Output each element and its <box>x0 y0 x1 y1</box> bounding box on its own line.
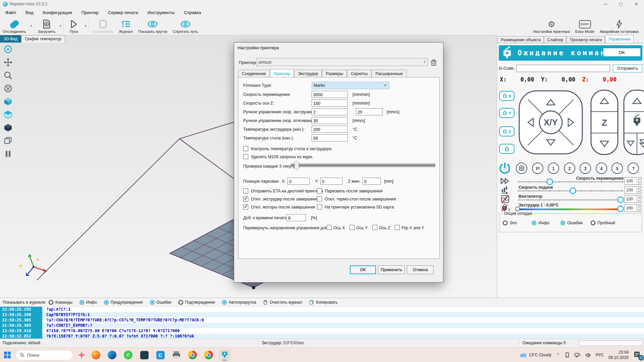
menu-config[interactable]: Конфигурация <box>43 10 72 15</box>
copy-objects-icon[interactable] <box>3 136 13 145</box>
log-toggle-ack[interactable]: Подтверждение <box>178 300 215 305</box>
emergency-stop-button[interactable]: Аварийная остановка <box>597 17 641 35</box>
taskbar-app-repetier[interactable] <box>219 349 231 361</box>
load-button[interactable]: Загрузить <box>35 17 58 35</box>
start-dropdown[interactable]: ▾ <box>83 17 88 35</box>
taskbar-app-blue-c[interactable]: C <box>154 349 166 361</box>
home-x-button[interactable]: X <box>499 91 515 101</box>
journal-button[interactable]: Журнал <box>116 17 136 35</box>
slider-knob[interactable] <box>570 187 576 194</box>
park-button[interactable]: P <box>532 163 543 174</box>
start-button[interactable]: Пуск <box>64 17 83 35</box>
minimize-button[interactable]: — <box>598 0 613 8</box>
clear-log-button[interactable]: Очистить журнал <box>263 300 302 305</box>
hide-travel-button[interactable]: Спрятать путь <box>170 17 201 35</box>
menu-printer[interactable]: Принтер <box>82 10 99 15</box>
slider-knob-off[interactable] <box>515 206 520 211</box>
pause-icon[interactable] <box>3 149 13 159</box>
phone-link-icon[interactable] <box>565 352 570 358</box>
printer-select[interactable]: default ▼ <box>256 58 428 66</box>
park-y-input[interactable] <box>320 178 342 185</box>
tab-slicer[interactable]: Слайсер <box>544 36 566 43</box>
delete-printer-button[interactable] <box>430 59 437 66</box>
tab-object-placement[interactable]: Размещение объекта <box>498 36 544 43</box>
park-x-input[interactable] <box>287 178 310 185</box>
travel-speed-input[interactable] <box>312 91 348 98</box>
fan-slider[interactable]: Вентилятор <box>518 199 624 200</box>
preset-5-button[interactable]: 5 <box>611 163 623 174</box>
taskbar-app-chrome-2[interactable] <box>203 349 215 361</box>
spin-down-icon[interactable]: ▼ <box>637 199 641 202</box>
reset-view-icon[interactable] <box>3 84 13 93</box>
maximize-button[interactable]: ▢ <box>613 0 629 8</box>
menu-file[interactable]: Файл <box>5 10 16 15</box>
cancel-button[interactable]: Отмена <box>407 265 434 274</box>
volume-icon[interactable] <box>585 353 591 358</box>
log-toggle-errors[interactable]: Ошибки <box>150 300 172 305</box>
disconnect-button[interactable]: Отсоединить <box>0 17 29 35</box>
close-button[interactable]: ✕ <box>629 0 644 8</box>
taskbar-app-firefox[interactable] <box>90 349 102 361</box>
apply-button[interactable]: Применить <box>378 265 405 274</box>
sd-card-checkbox[interactable] <box>317 204 322 209</box>
menu-view[interactable]: Вид <box>25 10 34 15</box>
home-y-button[interactable]: Y <box>499 108 515 118</box>
menu-help[interactable]: Справка <box>184 10 201 15</box>
extruder-temp-slider[interactable]: Экструдер 1 - 0,00°C <box>518 208 624 210</box>
tab-print-preview[interactable]: Просмотр печати <box>567 36 605 43</box>
send-gcode-button[interactable]: Отправить <box>613 64 642 72</box>
front-view-icon[interactable] <box>3 110 13 119</box>
spin-down-icon[interactable]: ▼ <box>637 190 641 193</box>
slider-knob[interactable] <box>617 196 624 203</box>
add-print-time-input[interactable] <box>286 214 306 221</box>
network-icon[interactable] <box>575 353 581 358</box>
language-indicator[interactable]: РУС <box>596 353 604 357</box>
extruder-temp-input[interactable] <box>312 126 348 133</box>
invert-z-checkbox[interactable] <box>372 225 377 230</box>
extrusion-speed-max-input[interactable] <box>356 108 383 115</box>
z-jog-pad[interactable]: Z <box>590 89 619 156</box>
extruder-jog-pad[interactable] <box>623 89 644 156</box>
notifications-button[interactable]: 10 <box>633 351 642 359</box>
feedrate-value[interactable]: 100 ▲▼ <box>625 186 641 194</box>
tab-extruder[interactable]: Экструдер <box>294 70 322 78</box>
park-after-job-checkbox[interactable] <box>317 188 322 193</box>
slider-knob[interactable] <box>617 205 624 212</box>
load-dropdown[interactable]: ▾ <box>58 17 63 35</box>
motors-off-after-job-checkbox[interactable] <box>243 204 248 209</box>
preset-4-button[interactable]: 4 <box>596 163 607 174</box>
extrusion-speed-min-input[interactable] <box>312 108 348 115</box>
errors-toggle[interactable] <box>560 221 565 225</box>
bed-off-after-job-checkbox[interactable] <box>317 196 322 201</box>
firmware-select[interactable]: Marlin ▼ <box>312 82 389 89</box>
taskbar-app-whatsapp[interactable]: ✆ <box>122 349 134 361</box>
log-toggle-info[interactable]: Инфо <box>79 300 97 305</box>
home-z-button[interactable]: Z <box>499 126 515 136</box>
flip-xy-checkbox[interactable] <box>395 225 400 230</box>
echo-toggle[interactable] <box>503 221 507 225</box>
travel-speed-value[interactable]: 100 ▲▼ <box>625 177 641 185</box>
log-toggle-autoscroll[interactable]: Автопрокрутка <box>222 300 256 305</box>
taskbar-app-dark[interactable] <box>138 349 150 361</box>
tab-advanced[interactable]: Расширенные <box>372 70 407 78</box>
invert-x-checkbox[interactable] <box>327 225 332 230</box>
motor-off-button[interactable] <box>516 163 527 174</box>
retraction-speed-input[interactable] <box>312 117 348 124</box>
temp-monitor-checkbox[interactable] <box>243 146 248 151</box>
tab-printer[interactable]: Принтер <box>270 69 294 77</box>
isometric-view-icon[interactable] <box>3 97 13 106</box>
log-toggle-commands[interactable]: Команды <box>49 300 72 305</box>
xy-jog-pad[interactable]: X/Y <box>517 89 584 156</box>
menu-print-server[interactable]: Сервер печати <box>108 10 138 15</box>
spin-down-icon[interactable]: ▼ <box>637 181 641 184</box>
disconnect-dropdown[interactable]: ▾ <box>29 17 34 35</box>
copilot-icon[interactable] <box>77 351 86 359</box>
z-speed-input[interactable] <box>312 100 348 107</box>
copy-log-button[interactable]: Копировать <box>309 300 338 305</box>
log-rows[interactable]: 22:58:25.295?ap:A?C?:1 22:58:25.298Cap?B… <box>0 307 644 339</box>
spin-down-icon[interactable]: ▼ <box>637 208 641 212</box>
move-view-icon[interactable] <box>3 58 13 67</box>
tab-manual-control[interactable]: Управление <box>605 35 634 43</box>
send-eta-checkbox[interactable] <box>243 188 248 193</box>
slider-knob[interactable] <box>546 178 553 185</box>
